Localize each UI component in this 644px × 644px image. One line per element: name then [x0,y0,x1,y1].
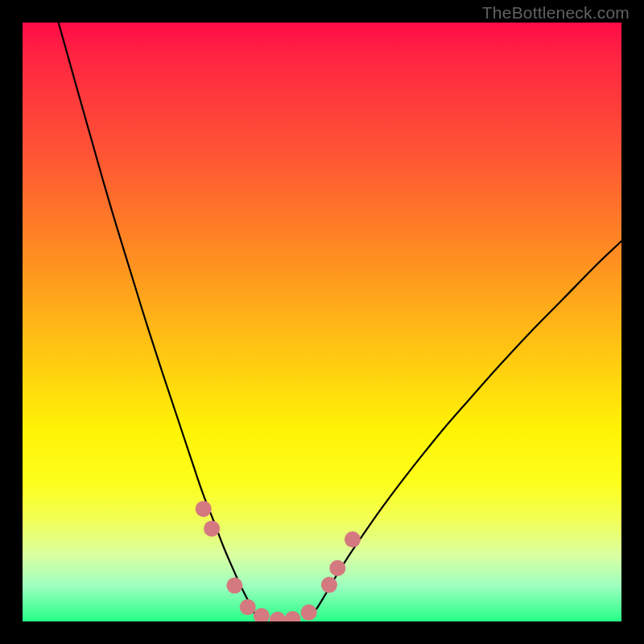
chart-overlay-svg [23,23,621,621]
highlight-dot [285,611,301,621]
watermark-text: TheBottleneck.com [482,3,630,23]
highlight-dot [301,605,317,621]
highlight-dot [196,501,212,517]
highlight-dot [226,577,242,593]
highlight-dot [321,577,337,593]
curve-right-branch [308,242,621,619]
highlight-dot [204,521,220,537]
highlight-dot [329,560,345,576]
highlight-dot [254,608,270,621]
highlight-dots-group [196,501,361,621]
highlight-dot [345,531,361,547]
highlight-dot [240,599,256,615]
gradient-plot-area [23,23,621,621]
curve-left-branch [59,23,258,619]
highlight-dot [270,612,286,621]
